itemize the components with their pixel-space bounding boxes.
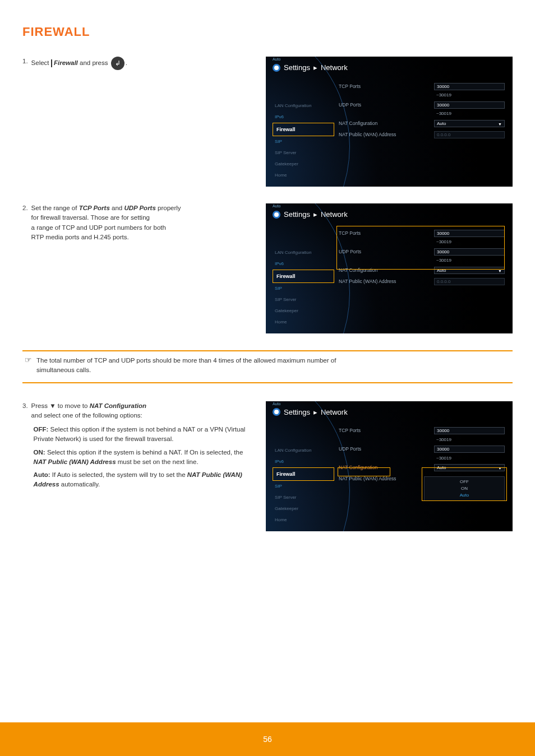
label-tcp-ports: TCP Ports bbox=[339, 83, 406, 90]
step-3: 3. Press ▼ to move to NAT Configuration … bbox=[22, 401, 256, 490]
udp-range-end: ~30019 bbox=[339, 110, 505, 117]
note-band: The total number of TCP and UDP ports sh… bbox=[22, 350, 513, 383]
text: for firewall traversal. Those are for se… bbox=[31, 214, 150, 221]
tcp-range-end: ~30019 bbox=[339, 437, 505, 443]
menu-home[interactable]: Home bbox=[273, 170, 334, 181]
opt-auto-head: Auto: bbox=[34, 471, 50, 478]
input-tcp-start[interactable]: 30000 bbox=[434, 427, 505, 434]
pointing-hand-icon bbox=[25, 356, 32, 375]
opt-off-head: OFF: bbox=[34, 426, 49, 433]
menu-home[interactable]: Home bbox=[273, 514, 334, 526]
text: and press bbox=[80, 59, 108, 66]
input-tcp-start[interactable]: 30000 bbox=[434, 83, 505, 90]
step-number: 1. bbox=[22, 57, 28, 66]
page-footer: 56 bbox=[0, 722, 535, 756]
udp-ports-label: UDP Ports bbox=[124, 205, 155, 211]
tcp-range-end: ~30019 bbox=[339, 92, 505, 99]
fields-panel: TCP Ports30000 ~30019 UDP Ports30000 ~30… bbox=[339, 81, 505, 141]
label-tcp-ports: TCP Ports bbox=[339, 427, 406, 434]
menu-lan[interactable]: LAN Configuration bbox=[273, 100, 334, 112]
menu-firewall[interactable]: Firewall bbox=[273, 467, 334, 481]
nat-pub-label: NAT Public (WAN) Address bbox=[34, 458, 116, 465]
note-line2: simultaneous calls. bbox=[36, 367, 91, 373]
screenshot-ports-highlight: Auto Settings ▸ Network LAN Configuratio… bbox=[266, 203, 513, 333]
menu-gatekeeper[interactable]: Gatekeeper bbox=[273, 305, 334, 317]
menu-sip[interactable]: SIP bbox=[273, 283, 334, 294]
label-nat-pub: NAT Public (WAN) Address bbox=[339, 131, 406, 138]
menu-gatekeeper[interactable]: Gatekeeper bbox=[273, 503, 334, 514]
menu-sip[interactable]: SIP bbox=[273, 481, 334, 492]
text: must be set on the next line. bbox=[116, 458, 199, 465]
menu-sip-server[interactable]: SIP Server bbox=[273, 294, 334, 305]
text: Set the range of bbox=[31, 205, 79, 211]
input-nat-pub[interactable]: 0.0.0.0 bbox=[434, 131, 505, 138]
menu-sip-server[interactable]: SIP Server bbox=[273, 147, 334, 159]
enter-icon: ↲ bbox=[111, 57, 124, 70]
note-line1: The total number of TCP and UDP ports sh… bbox=[36, 357, 336, 364]
menu-firewall[interactable]: Firewall bbox=[273, 123, 334, 136]
page-title: FIREWALL bbox=[22, 22, 513, 41]
text: properly bbox=[156, 205, 181, 211]
step-2: 2. Set the range of TCP Ports and UDP Po… bbox=[22, 203, 256, 242]
highlight-box-dropdown bbox=[422, 467, 507, 501]
label-nat-pub: NAT Public (WAN) Address bbox=[339, 278, 406, 285]
step-1: 1. Select Firewall and press ↲. bbox=[22, 57, 256, 70]
text: and select one of the following options: bbox=[31, 412, 142, 419]
opt-on-head: ON: bbox=[34, 449, 45, 456]
menu-sip-server[interactable]: SIP Server bbox=[273, 492, 334, 503]
text: and bbox=[110, 205, 124, 211]
side-menu: LAN Configuration IPv6 Firewall SIP SIP … bbox=[273, 100, 334, 181]
menu-gatekeeper[interactable]: Gatekeeper bbox=[273, 159, 334, 170]
side-menu: LAN Configuration IPv6 Firewall SIP SIP … bbox=[273, 247, 334, 328]
opt-off-body: Select this option if the system is not … bbox=[34, 426, 246, 442]
tcp-ports-label: TCP Ports bbox=[79, 205, 110, 211]
udp-range-end: ~30019 bbox=[339, 455, 505, 462]
label-udp-ports: UDP Ports bbox=[339, 446, 406, 453]
menu-ipv6[interactable]: IPv6 bbox=[273, 258, 334, 270]
label-udp-ports: UDP Ports bbox=[339, 101, 406, 109]
highlight-box-nat-label bbox=[338, 467, 390, 476]
text: a range of TCP and UDP port numbers for … bbox=[31, 224, 166, 231]
menu-sip[interactable]: SIP bbox=[273, 136, 334, 147]
menu-ipv6[interactable]: IPv6 bbox=[273, 112, 334, 123]
step-number: 3. bbox=[22, 401, 28, 411]
screenshot-nat-dropdown: Auto Settings ▸ Network LAN Configuratio… bbox=[266, 401, 513, 531]
menu-lan[interactable]: LAN Configuration bbox=[273, 445, 334, 456]
label-nat-config: NAT Configuration bbox=[339, 120, 406, 127]
menu-lan[interactable]: LAN Configuration bbox=[273, 247, 334, 258]
step-number: 2. bbox=[22, 203, 28, 213]
text-cursor bbox=[51, 59, 52, 67]
text: RTP media ports and H.245 ports. bbox=[31, 234, 129, 240]
highlight-box-ports bbox=[336, 226, 505, 270]
page-number: 56 bbox=[263, 734, 272, 745]
input-nat-pub[interactable]: 0.0.0.0 bbox=[434, 278, 505, 285]
label-nat-pub: NAT Public (WAN) Address bbox=[339, 475, 406, 483]
nat-config-label: NAT Configuration bbox=[90, 402, 146, 409]
input-udp-start[interactable]: 30000 bbox=[434, 101, 505, 109]
input-udp-start[interactable]: 30000 bbox=[434, 446, 505, 453]
firewall-label: Firewall bbox=[54, 59, 78, 66]
text: Press ▼ to move to bbox=[31, 402, 90, 409]
text: automatically. bbox=[59, 481, 100, 488]
text: If Auto is selected, the system will try… bbox=[50, 471, 187, 478]
text: Select this option if the system is behi… bbox=[45, 449, 243, 456]
menu-home[interactable]: Home bbox=[273, 317, 334, 328]
menu-firewall[interactable]: Firewall bbox=[273, 270, 334, 283]
text: . bbox=[126, 59, 127, 66]
side-menu: LAN Configuration IPv6 Firewall SIP SIP … bbox=[273, 445, 334, 526]
screenshot-firewall-selected: Auto Settings ▸ Network LAN Configuratio… bbox=[266, 57, 513, 187]
select-nat-config[interactable]: Auto bbox=[434, 120, 505, 127]
text: Select bbox=[31, 59, 49, 66]
menu-ipv6[interactable]: IPv6 bbox=[273, 456, 334, 467]
